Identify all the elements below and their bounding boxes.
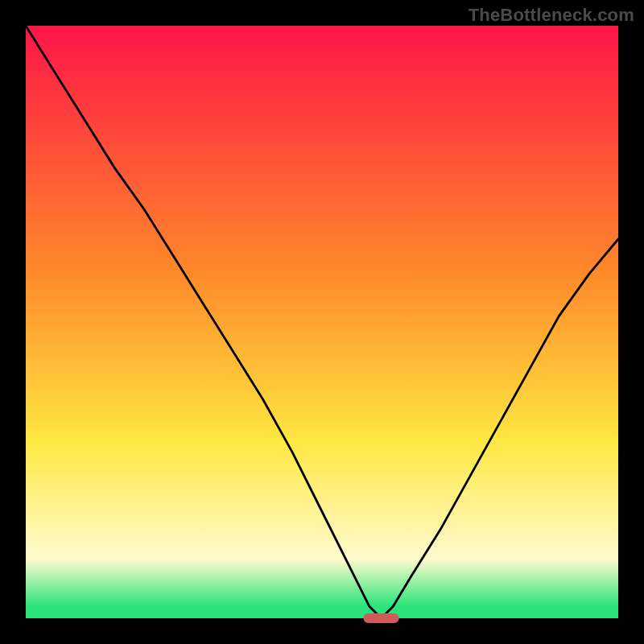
watermark-text: TheBottleneck.com (469, 5, 634, 26)
chart-frame: TheBottleneck.com (0, 0, 644, 644)
plot-background (26, 26, 618, 618)
bottleneck-chart (0, 0, 644, 644)
optimum-marker (364, 613, 399, 623)
